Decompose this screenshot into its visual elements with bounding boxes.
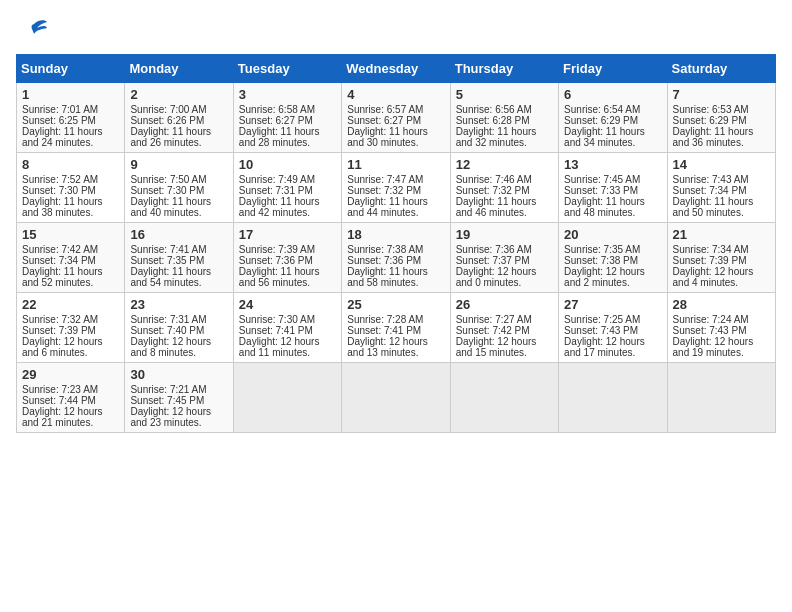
day-info-line: Sunset: 6:26 PM bbox=[130, 115, 227, 126]
day-number: 6 bbox=[564, 87, 661, 102]
calendar-cell: 17Sunrise: 7:39 AMSunset: 7:36 PMDayligh… bbox=[233, 223, 341, 293]
day-info-line: Sunrise: 7:41 AM bbox=[130, 244, 227, 255]
day-info-line: Sunrise: 6:53 AM bbox=[673, 104, 770, 115]
day-info-line: Daylight: 12 hours bbox=[456, 336, 553, 347]
calendar-cell: 7Sunrise: 6:53 AMSunset: 6:29 PMDaylight… bbox=[667, 83, 775, 153]
day-of-week-header: Wednesday bbox=[342, 55, 450, 83]
day-number: 22 bbox=[22, 297, 119, 312]
day-info-line: Sunrise: 7:34 AM bbox=[673, 244, 770, 255]
day-info-line: Sunrise: 7:35 AM bbox=[564, 244, 661, 255]
day-info-line: and 42 minutes. bbox=[239, 207, 336, 218]
calendar-cell: 25Sunrise: 7:28 AMSunset: 7:41 PMDayligh… bbox=[342, 293, 450, 363]
page-header bbox=[16, 16, 776, 46]
calendar-cell: 30Sunrise: 7:21 AMSunset: 7:45 PMDayligh… bbox=[125, 363, 233, 433]
day-info-line: Daylight: 12 hours bbox=[564, 336, 661, 347]
day-number: 10 bbox=[239, 157, 336, 172]
day-info-line: Sunset: 7:41 PM bbox=[239, 325, 336, 336]
day-info-line: Daylight: 12 hours bbox=[673, 266, 770, 277]
day-info-line: Sunrise: 7:49 AM bbox=[239, 174, 336, 185]
day-info-line: Daylight: 12 hours bbox=[239, 336, 336, 347]
day-number: 26 bbox=[456, 297, 553, 312]
calendar-cell: 1Sunrise: 7:01 AMSunset: 6:25 PMDaylight… bbox=[17, 83, 125, 153]
day-number: 17 bbox=[239, 227, 336, 242]
day-info-line: Sunset: 7:34 PM bbox=[673, 185, 770, 196]
day-info-line: Sunrise: 6:58 AM bbox=[239, 104, 336, 115]
day-number: 13 bbox=[564, 157, 661, 172]
day-info-line: Sunrise: 7:32 AM bbox=[22, 314, 119, 325]
day-info-line: Daylight: 12 hours bbox=[456, 266, 553, 277]
day-number: 11 bbox=[347, 157, 444, 172]
day-number: 12 bbox=[456, 157, 553, 172]
logo bbox=[16, 20, 49, 46]
day-info-line: Sunset: 7:32 PM bbox=[347, 185, 444, 196]
day-info-line: and 17 minutes. bbox=[564, 347, 661, 358]
day-number: 18 bbox=[347, 227, 444, 242]
day-info-line: Sunset: 7:39 PM bbox=[22, 325, 119, 336]
calendar-week-row: 29Sunrise: 7:23 AMSunset: 7:44 PMDayligh… bbox=[17, 363, 776, 433]
day-info-line: and 11 minutes. bbox=[239, 347, 336, 358]
calendar-week-row: 22Sunrise: 7:32 AMSunset: 7:39 PMDayligh… bbox=[17, 293, 776, 363]
calendar-cell: 29Sunrise: 7:23 AMSunset: 7:44 PMDayligh… bbox=[17, 363, 125, 433]
day-info-line: Daylight: 12 hours bbox=[673, 336, 770, 347]
day-info-line: and 54 minutes. bbox=[130, 277, 227, 288]
day-info-line: and 19 minutes. bbox=[673, 347, 770, 358]
day-info-line: Sunrise: 7:52 AM bbox=[22, 174, 119, 185]
day-info-line: Daylight: 12 hours bbox=[22, 336, 119, 347]
day-number: 2 bbox=[130, 87, 227, 102]
day-info-line: Sunset: 7:41 PM bbox=[347, 325, 444, 336]
day-of-week-header: Saturday bbox=[667, 55, 775, 83]
day-info-line: and 21 minutes. bbox=[22, 417, 119, 428]
day-info-line: Sunset: 7:44 PM bbox=[22, 395, 119, 406]
calendar-cell: 21Sunrise: 7:34 AMSunset: 7:39 PMDayligh… bbox=[667, 223, 775, 293]
day-info-line: and 2 minutes. bbox=[564, 277, 661, 288]
day-number: 15 bbox=[22, 227, 119, 242]
day-info-line: Daylight: 11 hours bbox=[239, 196, 336, 207]
day-info-line: and 24 minutes. bbox=[22, 137, 119, 148]
day-info-line: and 8 minutes. bbox=[130, 347, 227, 358]
day-info-line: Sunset: 7:36 PM bbox=[347, 255, 444, 266]
day-number: 19 bbox=[456, 227, 553, 242]
day-info-line: Sunrise: 7:38 AM bbox=[347, 244, 444, 255]
day-info-line: and 56 minutes. bbox=[239, 277, 336, 288]
calendar-cell: 12Sunrise: 7:46 AMSunset: 7:32 PMDayligh… bbox=[450, 153, 558, 223]
calendar-cell: 19Sunrise: 7:36 AMSunset: 7:37 PMDayligh… bbox=[450, 223, 558, 293]
calendar-cell bbox=[233, 363, 341, 433]
day-info-line: and 52 minutes. bbox=[22, 277, 119, 288]
day-info-line: Sunrise: 7:50 AM bbox=[130, 174, 227, 185]
day-info-line: and 58 minutes. bbox=[347, 277, 444, 288]
day-info-line: and 4 minutes. bbox=[673, 277, 770, 288]
day-info-line: Sunset: 7:34 PM bbox=[22, 255, 119, 266]
day-number: 1 bbox=[22, 87, 119, 102]
day-number: 28 bbox=[673, 297, 770, 312]
calendar-week-row: 15Sunrise: 7:42 AMSunset: 7:34 PMDayligh… bbox=[17, 223, 776, 293]
day-number: 8 bbox=[22, 157, 119, 172]
day-info-line: Sunset: 6:27 PM bbox=[239, 115, 336, 126]
day-info-line: Sunset: 6:29 PM bbox=[564, 115, 661, 126]
day-info-line: Daylight: 12 hours bbox=[130, 406, 227, 417]
day-number: 30 bbox=[130, 367, 227, 382]
calendar-cell: 9Sunrise: 7:50 AMSunset: 7:30 PMDaylight… bbox=[125, 153, 233, 223]
day-of-week-header: Sunday bbox=[17, 55, 125, 83]
calendar-cell: 18Sunrise: 7:38 AMSunset: 7:36 PMDayligh… bbox=[342, 223, 450, 293]
day-info-line: Sunrise: 7:45 AM bbox=[564, 174, 661, 185]
day-number: 24 bbox=[239, 297, 336, 312]
day-info-line: Daylight: 11 hours bbox=[130, 126, 227, 137]
day-info-line: Daylight: 11 hours bbox=[130, 196, 227, 207]
calendar-cell: 14Sunrise: 7:43 AMSunset: 7:34 PMDayligh… bbox=[667, 153, 775, 223]
day-info-line: Sunrise: 7:28 AM bbox=[347, 314, 444, 325]
calendar-cell: 20Sunrise: 7:35 AMSunset: 7:38 PMDayligh… bbox=[559, 223, 667, 293]
day-info-line: Sunrise: 7:21 AM bbox=[130, 384, 227, 395]
day-info-line: Sunset: 7:43 PM bbox=[564, 325, 661, 336]
logo-bird-icon bbox=[19, 16, 49, 46]
calendar-cell: 23Sunrise: 7:31 AMSunset: 7:40 PMDayligh… bbox=[125, 293, 233, 363]
day-info-line: and 38 minutes. bbox=[22, 207, 119, 218]
day-info-line: and 13 minutes. bbox=[347, 347, 444, 358]
day-info-line: and 15 minutes. bbox=[456, 347, 553, 358]
day-info-line: Sunset: 6:27 PM bbox=[347, 115, 444, 126]
day-of-week-header: Tuesday bbox=[233, 55, 341, 83]
day-info-line: and 23 minutes. bbox=[130, 417, 227, 428]
day-info-line: Daylight: 11 hours bbox=[22, 126, 119, 137]
day-info-line: Sunrise: 7:01 AM bbox=[22, 104, 119, 115]
calendar-cell bbox=[667, 363, 775, 433]
calendar-cell: 22Sunrise: 7:32 AMSunset: 7:39 PMDayligh… bbox=[17, 293, 125, 363]
